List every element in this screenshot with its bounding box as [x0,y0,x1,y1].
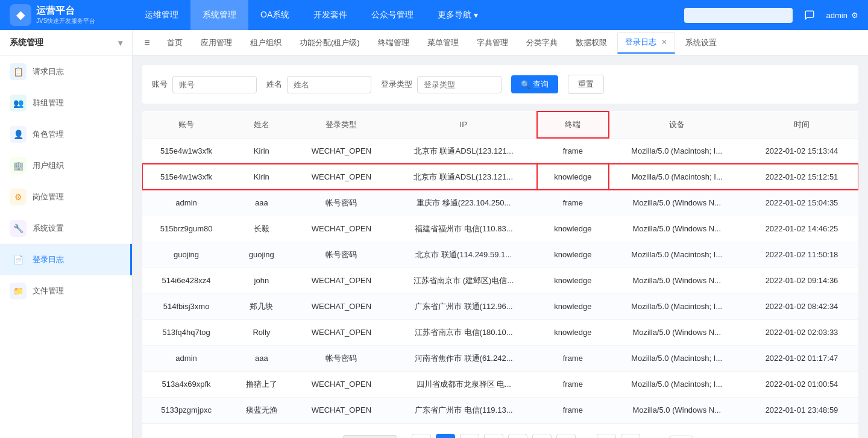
cell-name: john [230,267,292,293]
sidebar-item-label: 岗位管理 [33,192,64,202]
sidebar-item-request-log[interactable]: 📋 请求日志 [0,56,132,87]
page-btn-3[interactable]: 3 [484,434,503,439]
data-table-container: 账号 姓名 登录类型 IP 终端 设备 时间 515e4w1w3xfk Kiri… [142,111,858,438]
sidebar-title: 系统管理 [10,37,43,48]
sidebar-item-position[interactable]: ⚙ 岗位管理 [0,181,132,213]
search-icon: 🔍 [521,80,530,89]
message-icon[interactable] [800,5,819,25]
page-btn-6[interactable]: 6 [556,434,576,439]
search-button[interactable]: 🔍 查询 [511,75,558,93]
top-search-input[interactable] [684,8,793,23]
cell-name: Kirin [230,164,292,190]
cell-time: 2022-01-02 11:50:18 [745,242,858,267]
cell-account: 514i6e428xz4 [142,267,230,293]
sidebar-item-file[interactable]: 📁 文件管理 [0,275,132,307]
cell-device: Mozilla/5.0 (Macintosh; I... [609,242,745,267]
account-filter-group: 账号 [152,76,257,93]
position-icon: ⚙ [10,189,27,205]
tab-menu[interactable]: 菜单管理 [420,32,467,54]
page-btn-5[interactable]: 5 [532,434,552,439]
cell-ip: 江苏省南京市 (建邺区)电信... [390,267,537,293]
nav-item-wechat[interactable]: 公众号管理 [359,0,426,30]
table-row: 515e4w1w3xfk Kirin WECHAT_OPEN 北京市 联通ADS… [142,138,858,164]
cell-name: guojing [230,242,292,267]
reset-button[interactable]: 重置 [568,75,604,94]
nav-item-dev[interactable]: 开发套件 [301,0,359,30]
cell-terminal: frame [537,397,608,423]
login-type-input[interactable] [417,76,502,93]
logo-area: ◆ 运营平台 JVS快速开发服务平台 [0,4,133,26]
sidebar-toggle-icon[interactable]: ▾ [118,38,122,48]
next-page-button[interactable]: › [621,434,640,439]
tab-menu-button[interactable]: ≡ [137,33,157,52]
cell-login-type: 帐号密码 [293,242,391,267]
cell-terminal: frame [537,371,608,397]
cell-terminal: knowledge [537,164,608,190]
col-account: 账号 [142,111,230,138]
name-input[interactable] [287,76,371,93]
login-type-label: 登录类型 [381,79,412,90]
sidebar-item-settings[interactable]: 🔧 系统设置 [0,213,132,244]
admin-label: admin [826,11,848,20]
col-device: 设备 [609,111,745,138]
nav-item-oa[interactable]: OA系统 [248,0,301,30]
cell-ip: 四川省成都市龙泉驿区 电... [390,371,537,397]
cell-terminal: frame [537,190,608,216]
pagination: 共 3260 条 20条/页 50条/页 100条/页 ‹ 1 2 3 4 5 … [142,424,858,439]
cell-login-type: 帐号密码 [293,345,391,371]
table-row: 5133pzgmjpxc 痰蓝无渔 WECHAT_OPEN 广东省广州市 电信(… [142,397,858,423]
login-log-icon: 📄 [10,251,27,268]
cell-device: Mozilla/5.0 (Windows N... [609,397,745,423]
page-btn-last[interactable]: 163 [597,434,616,439]
goto-input[interactable] [669,436,693,438]
tab-home[interactable]: 首页 [159,32,190,54]
cell-name: Rolly [230,319,292,345]
cell-name: 长毅 [230,216,292,242]
page-size-select[interactable]: 20条/页 50条/页 100条/页 [343,435,397,438]
sidebar-item-org[interactable]: 🏢 用户组织 [0,150,132,181]
table-row: 513a4x69xpfk 撸猪上了 WECHAT_OPEN 四川省成都市龙泉驿区… [142,371,858,397]
cell-terminal: frame [537,345,608,371]
account-input[interactable] [172,76,257,93]
sidebar-item-login-log[interactable]: 📄 登录日志 [0,244,132,275]
tab-login-log[interactable]: 登录日志 ✕ [617,32,675,54]
table-row: admin aaa 帐号密码 重庆市 移通(223.104.250... fra… [142,190,858,216]
table-row: admin aaa 帐号密码 河南省焦作市 联通(61.242... frame… [142,345,858,371]
sidebar-item-role[interactable]: 👤 角色管理 [0,119,132,150]
logo-subtitle: JVS快速开发服务平台 [36,17,95,25]
nav-item-more[interactable]: 更多导航 ▾ [426,0,490,30]
cell-ip: 北京市 联通ADSL(123.121... [390,138,537,164]
page-btn-4[interactable]: 4 [508,434,527,439]
col-login-type: 登录类型 [293,111,391,138]
cell-account: 5133pzgmjpxc [142,397,230,423]
settings-icon: ⚙ [851,11,858,20]
cell-account: 513fq4hq7tog [142,319,230,345]
admin-area[interactable]: admin ⚙ [826,11,858,20]
cell-terminal: knowledge [537,293,608,319]
tab-system-settings[interactable]: 系统设置 [678,32,725,54]
nav-right: admin ⚙ [675,5,868,25]
tab-terminal[interactable]: 终端管理 [370,32,417,54]
sidebar-header: 系统管理 ▾ [0,30,132,56]
tab-data-perm[interactable]: 数据权限 [568,32,615,54]
cell-account: 515brz9gum80 [142,216,230,242]
tab-bar: ≡ 首页 应用管理 租户组织 功能分配(租户级) 终端管理 菜单管理 字典管理 [133,30,868,55]
prev-page-button[interactable]: ‹ [412,434,431,439]
nav-item-ops[interactable]: 运维管理 [133,0,190,30]
page-btn-1[interactable]: 1 [436,434,455,439]
nav-item-system[interactable]: 系统管理 [190,0,248,30]
tab-tenant-org[interactable]: 租户组织 [242,32,289,54]
tab-category-dict[interactable]: 分类字典 [518,32,565,54]
cell-time: 2022-01-02 15:12:51 [745,164,858,190]
account-label: 账号 [152,79,168,90]
table-header-row: 账号 姓名 登录类型 IP 终端 设备 时间 [142,111,858,138]
cell-login-type: WECHAT_OPEN [293,371,391,397]
page-btn-2[interactable]: 2 [460,434,479,439]
tab-func-assign[interactable]: 功能分配(租户级) [292,32,368,54]
tab-app-manage[interactable]: 应用管理 [193,32,240,54]
tab-dict[interactable]: 字典管理 [469,32,516,54]
table-row: 514fbisj3xmo 郑几块 WECHAT_OPEN 广东省广州市 联通(1… [142,293,858,319]
tab-close-icon[interactable]: ✕ [661,38,667,46]
cell-ip: 北京市 联通ADSL(123.121... [390,164,537,190]
sidebar-item-group[interactable]: 👥 群组管理 [0,87,132,119]
